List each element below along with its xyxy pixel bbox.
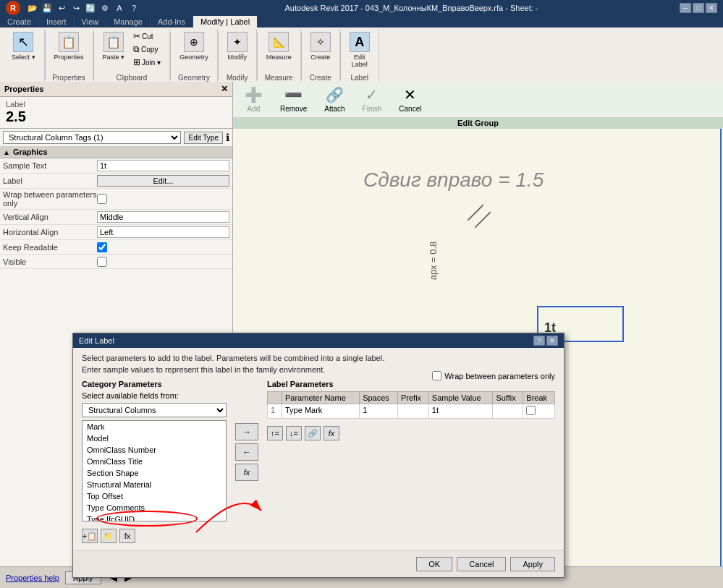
- load-param-btn[interactable]: 📁: [101, 529, 117, 543]
- qat-settings[interactable]: ⚙: [98, 1, 111, 14]
- create-icon: ✧: [310, 32, 331, 52]
- field-type-comments[interactable]: Type Comments: [83, 502, 226, 514]
- apply-dialog-button[interactable]: Apply: [510, 557, 555, 571]
- copy-icon: ⧉: [133, 44, 140, 54]
- maximize-btn[interactable]: □: [693, 3, 704, 13]
- row-suffix[interactable]: [493, 404, 523, 419]
- fields-dropdown[interactable]: Structural Columns: [82, 403, 227, 417]
- qat-open[interactable]: 📂: [26, 1, 39, 14]
- type-select[interactable]: Structural Column Tags (1): [3, 131, 181, 144]
- keep-readable-label: Keep Readable: [3, 243, 97, 252]
- cat-bottom-icons: +📋 📁 fx: [82, 527, 227, 545]
- graphics-section-header[interactable]: ▲ Graphics: [0, 146, 232, 158]
- ribbon-group-select: ↖ Select ▾: [3, 29, 45, 83]
- properties-button[interactable]: 📋 Properties: [51, 30, 87, 62]
- canvas-main-text: Сдвиг вправо = 1.5: [363, 169, 544, 192]
- keep-readable-checkbox[interactable]: [97, 242, 107, 252]
- cut-button[interactable]: ✂ Cut: [130, 30, 164, 42]
- revit-logo[interactable]: R: [6, 1, 20, 15]
- ribbon-group-measure: 📐 Measure Measure: [258, 29, 301, 83]
- type-row: Structural Column Tags (1) Edit Type ℹ: [0, 129, 232, 146]
- ribbon-group-modify: ✦ Modify Modify: [219, 29, 257, 83]
- join-button[interactable]: ⊞ Join ▾: [130, 56, 164, 68]
- modify-button[interactable]: ✦ Modify: [224, 30, 250, 62]
- label-edit-button[interactable]: Edit...: [97, 175, 229, 187]
- type-info-icon[interactable]: ℹ: [226, 132, 229, 143]
- field-section-shape[interactable]: Section Shape: [83, 467, 226, 479]
- row-prefix[interactable]: [397, 404, 428, 419]
- paste-icon: 📋: [103, 32, 124, 52]
- qat-undo[interactable]: ↩: [55, 1, 68, 14]
- field-top-offset[interactable]: Top Offset: [83, 490, 226, 502]
- geometry-button[interactable]: ⊕ Geometry: [177, 30, 211, 62]
- row-spaces[interactable]: 1: [360, 404, 398, 419]
- wrap-checkbox[interactable]: [97, 194, 107, 204]
- group-label-create: Create: [310, 72, 331, 82]
- label-display: Label 2.5: [0, 97, 232, 129]
- panel-header: Properties ✕: [0, 82, 232, 97]
- field-structural-material[interactable]: Structural Material: [83, 479, 226, 490]
- row-break[interactable]: [523, 404, 555, 419]
- tab-modify-label[interactable]: Modify | Label: [193, 16, 258, 27]
- measure-button[interactable]: 📐 Measure: [263, 30, 295, 62]
- paste-button[interactable]: 📋 Paste ▾: [100, 30, 128, 62]
- link-btn[interactable]: 🔗: [305, 426, 321, 440]
- ok-button[interactable]: OK: [416, 557, 452, 571]
- edit-label-btn-label: EditLabel: [352, 54, 368, 68]
- qat-print[interactable]: A: [113, 1, 126, 14]
- cancel-dialog-button[interactable]: Cancel: [457, 557, 506, 571]
- field-omniclass-title[interactable]: OmniClass Title: [83, 456, 226, 467]
- add-to-label-btn[interactable]: →: [235, 423, 258, 440]
- field-model[interactable]: Model: [83, 433, 226, 444]
- fx-function-btn[interactable]: fx: [235, 464, 258, 481]
- copy-button[interactable]: ⧉ Copy: [130, 43, 164, 55]
- formula-btn[interactable]: fx: [324, 426, 339, 440]
- ribbon-group-icons-geometry: ⊕ Geometry: [177, 30, 211, 72]
- select-icon: ↖: [13, 32, 33, 52]
- qat-question[interactable]: ?: [127, 1, 140, 14]
- qat-sync[interactable]: 🔄: [84, 1, 97, 14]
- edit-label-button[interactable]: A EditLabel: [347, 30, 373, 69]
- edit-type-button[interactable]: Edit Type: [184, 132, 223, 144]
- create-button[interactable]: ✧ Create: [308, 30, 334, 62]
- label-params-col: Label Parameters Parameter Name Spaces P…: [267, 380, 555, 545]
- geometry-icon: ⊕: [184, 32, 204, 52]
- add-param-btn[interactable]: +📋: [82, 529, 98, 543]
- field-mark[interactable]: Mark: [83, 421, 226, 433]
- qat-save[interactable]: 💾: [41, 1, 54, 14]
- ribbon: Create Insert View Manage Add-Ins Modify…: [0, 16, 723, 86]
- visible-checkbox[interactable]: [97, 257, 107, 267]
- tab-create[interactable]: Create: [0, 16, 39, 27]
- ribbon-group-create: ✧ Create Create: [302, 29, 340, 83]
- col-sample-header: Sample Value: [428, 392, 493, 404]
- field-type-ifcguid[interactable]: Type IfcGUID: [83, 514, 226, 521]
- qat-redo[interactable]: ↪: [69, 1, 83, 14]
- row-sample-value[interactable]: 1t: [428, 404, 493, 419]
- dialog-titlebar: Edit Label ? ✕: [73, 333, 564, 348]
- field-omniclass-number[interactable]: OmniClass Number: [83, 444, 226, 456]
- move-up-btn[interactable]: ↑=: [267, 426, 283, 440]
- modify-label: Modify: [227, 54, 247, 61]
- panel-close-btn[interactable]: ✕: [221, 84, 228, 94]
- dialog-help-btn[interactable]: ?: [533, 336, 545, 346]
- measure-label: Measure: [266, 54, 292, 61]
- minimize-btn[interactable]: ─: [680, 3, 691, 13]
- canvas-rotated-text: арх = 0.8: [428, 242, 439, 281]
- calc-param-btn[interactable]: fx: [119, 529, 135, 543]
- wrap-between-checkbox[interactable]: [432, 371, 441, 380]
- select-button[interactable]: ↖ Select ▾: [9, 30, 38, 62]
- row-param-name[interactable]: Type Mark: [282, 404, 360, 419]
- dialog-close-btn[interactable]: ✕: [546, 336, 558, 346]
- row-break-checkbox[interactable]: [526, 406, 536, 415]
- window-controls: ─ □ ✕: [680, 3, 717, 13]
- remove-from-label-btn[interactable]: ←: [235, 443, 258, 461]
- tab-addins[interactable]: Add-Ins: [151, 16, 193, 27]
- properties-help-link[interactable]: Properties help: [6, 574, 59, 582]
- dialog-title: Edit Label: [79, 336, 114, 345]
- tab-manage[interactable]: Manage: [106, 16, 151, 27]
- close-btn[interactable]: ✕: [706, 3, 717, 13]
- tab-view[interactable]: View: [75, 16, 107, 27]
- tab-insert[interactable]: Insert: [39, 16, 75, 27]
- ribbon-group-icons-modify: ✦ Modify: [224, 30, 250, 72]
- move-down-btn[interactable]: ↓=: [286, 426, 302, 440]
